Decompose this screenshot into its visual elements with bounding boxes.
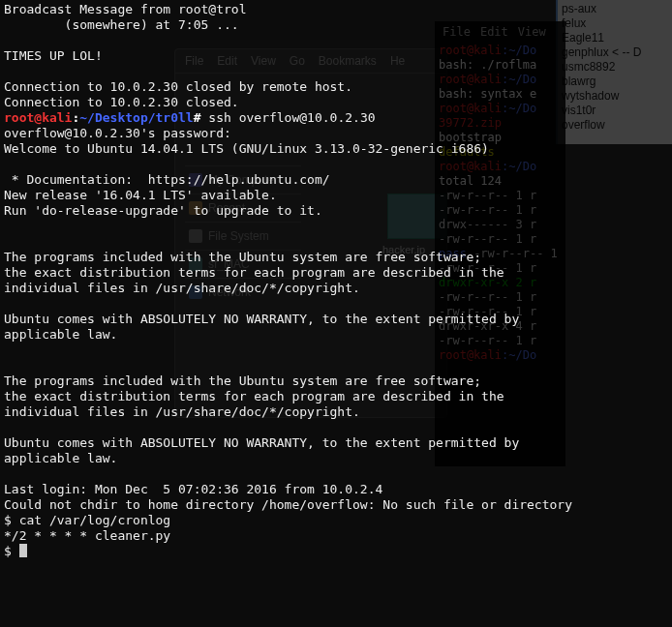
terminal-output: Run 'do-release-upgrade' to upgrade to i… [4,203,322,218]
main-terminal[interactable]: Broadcast Message from root@trol (somewh… [0,0,672,627]
prompt-path: ~/Desktop/tr0ll [79,110,193,125]
terminal-output: the exact distribution terms for each pr… [4,389,504,403]
prompt-hash: # [194,110,201,125]
prompt-command: cat /var/log/cronlog [19,513,171,527]
password-prompt: overflow@10.0.2.30's password: [4,126,231,140]
terminal-output: * Documentation: https://help.ubuntu.com… [4,172,330,187]
prompt-symbol: $ [4,513,12,527]
broadcast-header: Broadcast Message from root@trol [4,2,246,16]
terminal-output: The programs included with the Ubuntu sy… [4,250,481,264]
terminal-output: The programs included with the Ubuntu sy… [4,373,481,388]
terminal-output: Ubuntu comes with ABSOLUTELY NO WARRANTY… [4,312,519,326]
terminal-output: applicable law. [4,327,117,342]
terminal-output: individual files in /usr/share/doc/*/cop… [4,281,360,295]
terminal-output: Last login: Mon Dec 5 07:02:36 2016 from… [4,482,382,496]
terminal-output: Connection to 10.0.2.30 closed by remote… [4,79,352,94]
broadcast-subtitle: (somewhere) at 7:05 ... [4,17,239,32]
terminal-output: Ubuntu comes with ABSOLUTELY NO WARRANTY… [4,435,519,450]
prompt-command: ssh overflow@10.0.2.30 [208,110,375,125]
terminal-output: Connection to 10.0.2.30 closed. [4,95,239,109]
broadcast-message: TIMES UP LOL! [4,48,103,63]
terminal-output: Welcome to Ubuntu 14.04.1 LTS (GNU/Linux… [4,141,489,156]
terminal-output: individual files in /usr/share/doc/*/cop… [4,404,360,419]
terminal-output: the exact distribution terms for each pr… [4,265,504,280]
cursor [19,544,27,557]
prompt-symbol: $ [4,544,12,558]
terminal-output: */2 * * * * cleaner.py [4,528,170,543]
terminal-output: Could not chdir to home directory /home/… [4,497,572,512]
prompt-user: root@kali [4,110,72,125]
terminal-output: applicable law. [4,451,117,465]
terminal-output: New release '16.04.1 LTS' available. [4,188,277,202]
